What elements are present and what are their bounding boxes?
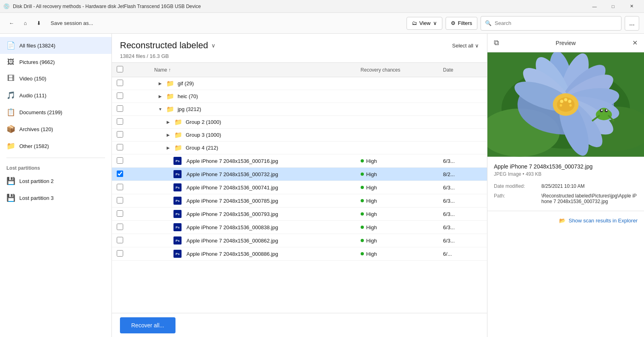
file-table-header: Name ↑ Recovery chances Date [112, 63, 487, 77]
preview-header: ⧉ Preview ✕ [487, 34, 644, 52]
row-checkbox[interactable] [117, 224, 123, 230]
select-all-checkbox[interactable] [117, 66, 123, 72]
more-icon: ... [629, 20, 634, 27]
recovery-text: High [366, 211, 377, 217]
row-name: Apple iPhone 7 2048x1536_000716.jpg [186, 158, 278, 164]
preview-close-button[interactable]: ✕ [632, 39, 638, 47]
row-checkbox[interactable] [117, 171, 123, 177]
table-row[interactable]: PsApple iPhone 7 2048x1536_000886.jpgHig… [112, 247, 487, 261]
row-checkbox-cell [112, 234, 149, 247]
row-checkbox[interactable] [117, 197, 123, 203]
row-checkbox[interactable] [117, 237, 123, 243]
view-label: View [419, 20, 431, 26]
svg-point-23 [569, 104, 572, 107]
row-name-cell: ▶📁Group 4 (212) [149, 142, 356, 154]
filters-button[interactable]: ⚙ Filters [446, 17, 477, 30]
sidebar-item-all-files-label: All files (13824) [19, 43, 105, 49]
expand-button[interactable]: ▶ [157, 81, 163, 86]
table-row[interactable]: ▶📁Group 3 (1000) [112, 129, 487, 142]
title-bar: 💿 Disk Drill - All recovery methods - Ha… [0, 0, 644, 13]
row-name: Apple iPhone 7 2048x1536_000838.jpg [186, 224, 278, 230]
file-table-wrapper[interactable]: Name ↑ Recovery chances Date ▶📁gif (29)▶… [112, 63, 487, 313]
row-checkbox[interactable] [117, 250, 123, 257]
documents-icon: 📋 [6, 108, 15, 117]
maximize-button[interactable]: □ [604, 0, 622, 13]
row-name-cell: ▶📁gif (29) [149, 77, 356, 90]
table-row[interactable]: PsApple iPhone 7 2048x1536_000741.jpgHig… [112, 181, 487, 194]
row-checkbox[interactable] [117, 157, 123, 164]
more-button[interactable]: ... [625, 16, 639, 31]
show-in-explorer-button[interactable]: 📂 Show scan results in Explorer [559, 218, 638, 224]
table-row[interactable]: PsApple iPhone 7 2048x1536_000793.jpgHig… [112, 208, 487, 221]
header-date[interactable]: Date [438, 63, 487, 77]
row-checkbox[interactable] [117, 92, 123, 99]
meta-path-label: Path: [494, 193, 538, 204]
row-checkbox[interactable] [117, 184, 123, 190]
recover-all-button[interactable]: Recover all... [120, 317, 175, 333]
table-row[interactable]: ▼📁jpg (3212) [112, 103, 487, 116]
save-session-button[interactable]: Save session as... [47, 16, 97, 31]
expand-button[interactable]: ▶ [165, 119, 171, 125]
sidebar-item-lost-partition-2[interactable]: 💾 Lost partition 2 [0, 173, 111, 189]
table-row[interactable]: ▶📁Group 4 (212) [112, 142, 487, 154]
row-checkbox[interactable] [117, 144, 123, 150]
table-row[interactable]: PsApple iPhone 7 2048x1536_000785.jpgHig… [112, 194, 487, 208]
table-row[interactable]: PsApple iPhone 7 2048x1536_000732.jpgHig… [112, 168, 487, 181]
table-row[interactable]: PsApple iPhone 7 2048x1536_000862.jpgHig… [112, 234, 487, 247]
sidebar-item-lost-partition-3[interactable]: 💾 Lost partition 3 [0, 189, 111, 206]
header-name[interactable]: Name ↑ [149, 63, 356, 77]
content-title-chevron-icon[interactable]: ∨ [211, 42, 215, 49]
row-checkbox[interactable] [117, 118, 123, 125]
sidebar-item-all-files[interactable]: 📄 All files (13824) [0, 37, 111, 54]
expand-button[interactable]: ▶ [165, 145, 171, 151]
sidebar-item-audio[interactable]: 🎵 Audio (111) [0, 87, 111, 104]
expand-button[interactable]: ▶ [157, 94, 163, 99]
table-row[interactable]: PsApple iPhone 7 2048x1536_000716.jpgHig… [112, 154, 487, 168]
table-row[interactable]: ▶📁gif (29) [112, 77, 487, 90]
audio-icon: 🎵 [6, 91, 15, 100]
sidebar-item-pictures-label: Pictures (9662) [19, 59, 105, 65]
select-all-label: Select all [452, 43, 473, 49]
lost-partitions-title: Lost partitions [0, 161, 111, 173]
sidebar-item-archives[interactable]: 📦 Archives (120) [0, 121, 111, 138]
row-date-cell: 6/3... [438, 154, 487, 168]
minimize-button[interactable]: — [585, 0, 604, 13]
row-recovery-cell: High [356, 154, 438, 168]
svg-point-22 [560, 104, 562, 107]
row-checkbox[interactable] [117, 131, 123, 138]
svg-point-21 [564, 98, 568, 101]
row-checkbox[interactable] [117, 105, 123, 112]
row-checkbox[interactable] [117, 210, 123, 217]
svg-point-29 [606, 109, 607, 111]
row-name: Apple iPhone 7 2048x1536_000862.jpg [186, 238, 278, 244]
row-checkbox-cell [112, 168, 149, 181]
download-button[interactable]: ⬇ [33, 16, 45, 31]
table-row[interactable]: PsApple iPhone 7 2048x1536_000838.jpgHig… [112, 221, 487, 234]
row-date-cell: 6/... [438, 247, 487, 261]
expand-button[interactable]: ▼ [157, 107, 163, 112]
close-button[interactable]: ✕ [622, 0, 641, 13]
search-input[interactable] [495, 20, 617, 26]
recovery-badge: High [361, 224, 433, 230]
select-all-button[interactable]: Select all ∨ [452, 43, 479, 49]
table-row[interactable]: ▶📁heic (70) [112, 90, 487, 103]
expand-button[interactable]: ▶ [165, 132, 171, 138]
sidebar-item-pictures[interactable]: 🖼 Pictures (9662) [0, 54, 111, 70]
sidebar-item-documents[interactable]: 📋 Documents (2199) [0, 104, 111, 121]
row-checkbox[interactable] [117, 80, 123, 86]
row-checkbox-cell [112, 142, 149, 154]
ps-icon: Ps [173, 210, 182, 218]
header-recovery[interactable]: Recovery chances [356, 63, 438, 77]
table-row[interactable]: ▶📁Group 2 (1000) [112, 116, 487, 129]
sidebar-item-other[interactable]: 📁 Other (1582) [0, 138, 111, 154]
preview-footer: 📂 Show scan results in Explorer [487, 211, 644, 230]
preview-copy-button[interactable]: ⧉ [494, 39, 499, 47]
home-button[interactable]: ⌂ [20, 16, 31, 31]
sidebar-item-video[interactable]: 🎞 Video (150) [0, 70, 111, 87]
recovery-dot [361, 173, 364, 176]
row-checkbox-cell [112, 194, 149, 208]
ps-icon: Ps [173, 197, 182, 205]
download-icon: ⬇ [37, 20, 41, 26]
view-button[interactable]: 🗂 View ∨ [407, 17, 442, 30]
back-button[interactable]: ← [5, 16, 18, 31]
